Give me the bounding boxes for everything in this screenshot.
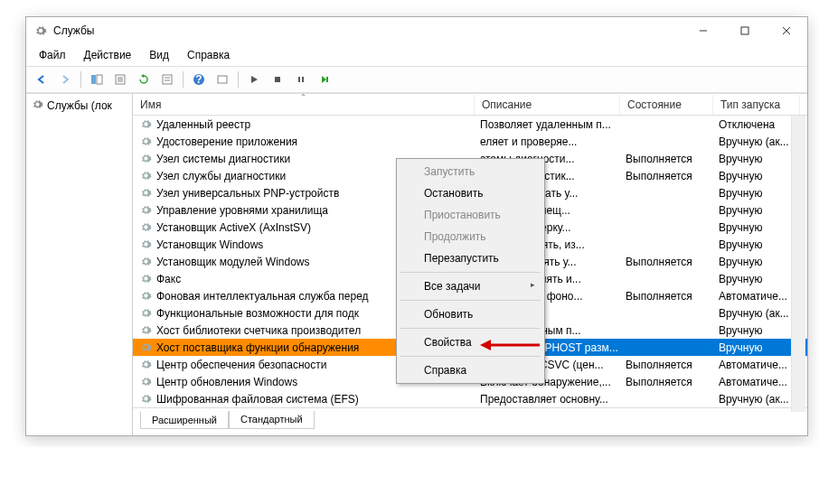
- cell-state: Выполняется: [626, 290, 719, 303]
- minimize-button[interactable]: [682, 17, 724, 44]
- context-menu: Запустить Остановить Приостановить Продо…: [396, 158, 545, 384]
- service-icon: [138, 273, 153, 285]
- cell-desc: Предоставляет основну...: [480, 393, 626, 406]
- cell-state: Выполняется: [626, 256, 719, 268]
- maximize-button[interactable]: [724, 17, 766, 44]
- service-icon: [138, 221, 153, 233]
- services-icon: [32, 98, 43, 113]
- tab-extended[interactable]: Расширенный: [140, 411, 229, 429]
- show-hide-tree-button[interactable]: [87, 70, 107, 89]
- svg-rect-1: [741, 27, 748, 34]
- ctx-refresh[interactable]: Обновить: [399, 303, 542, 325]
- ctx-separator: [400, 356, 541, 357]
- ctx-help[interactable]: Справка: [399, 359, 542, 381]
- service-icon: [138, 324, 153, 336]
- service-icon: [138, 153, 153, 164]
- export-list-button[interactable]: [110, 70, 130, 89]
- menu-action[interactable]: Действие: [75, 46, 141, 64]
- titlebar: Службы: [26, 17, 807, 44]
- bottom-tabs: Расширенный Стандартный: [133, 407, 807, 435]
- sidebar-item-services[interactable]: Службы (лок: [28, 96, 130, 116]
- window-title: Службы: [53, 24, 682, 37]
- vertical-scrollbar[interactable]: [791, 116, 805, 412]
- forward-button[interactable]: [55, 70, 75, 89]
- window-buttons: [682, 17, 807, 44]
- table-row[interactable]: Удостоверение приложенияеляет и проверяе…: [133, 133, 807, 150]
- ctx-start: Запустить: [399, 161, 542, 182]
- toolbar: ?: [26, 66, 807, 93]
- ctx-separator: [400, 300, 541, 301]
- svg-rect-18: [302, 77, 304, 82]
- menu-view[interactable]: Вид: [140, 46, 178, 64]
- sort-indicator-icon: ⌃: [300, 93, 306, 101]
- ctx-separator: [400, 272, 541, 273]
- back-button[interactable]: [32, 70, 52, 89]
- svg-rect-4: [91, 75, 96, 84]
- service-icon: [138, 187, 153, 199]
- sidebar: Службы (лок: [26, 94, 133, 435]
- service-icon: [138, 376, 153, 387]
- svg-rect-5: [97, 75, 102, 84]
- svg-text:?: ?: [195, 73, 202, 86]
- start-service-button[interactable]: [244, 70, 264, 89]
- service-icon: [138, 170, 153, 182]
- help-button[interactable]: ?: [189, 70, 209, 89]
- service-icon: [138, 307, 153, 319]
- service-icon: [138, 238, 153, 250]
- ctx-all-tasks[interactable]: Все задачи: [399, 275, 542, 297]
- service-icon: [138, 290, 153, 302]
- menu-help[interactable]: Справка: [178, 46, 239, 64]
- service-icon: [138, 341, 153, 353]
- cell-state: Выполняется: [626, 359, 719, 371]
- service-icon: [138, 204, 153, 216]
- service-icon: [138, 393, 153, 405]
- stop-service-button[interactable]: [268, 70, 287, 89]
- col-header-desc[interactable]: Описание: [475, 95, 620, 115]
- svg-rect-17: [298, 77, 300, 82]
- toolbar-separator: [238, 71, 239, 88]
- ctx-properties[interactable]: Свойства: [399, 331, 542, 353]
- properties-button[interactable]: [157, 70, 177, 89]
- toolbar-separator: [183, 71, 184, 88]
- refresh-button[interactable]: [134, 70, 154, 89]
- cell-name: Удаленный реестр: [156, 118, 480, 131]
- ctx-stop[interactable]: Остановить: [399, 182, 542, 204]
- sidebar-item-label: Службы (лок: [47, 99, 112, 112]
- svg-rect-16: [275, 77, 280, 82]
- col-header-name[interactable]: ⌃Имя: [133, 95, 475, 115]
- ctx-restart[interactable]: Перезапустить: [399, 247, 542, 269]
- close-button[interactable]: [766, 17, 807, 44]
- column-headers: ⌃Имя Описание Состояние Тип запуска: [133, 94, 807, 116]
- svg-rect-15: [218, 76, 227, 83]
- svg-rect-10: [163, 75, 172, 84]
- menubar: Файл Действие Вид Справка: [26, 44, 807, 66]
- service-icon: [138, 135, 153, 147]
- col-header-start[interactable]: Тип запуска: [713, 95, 800, 115]
- pause-service-button[interactable]: [291, 70, 311, 89]
- cell-name: Шифрованная файловая система (EFS): [156, 393, 480, 406]
- cell-desc: еляет и проверяе...: [480, 135, 626, 148]
- col-header-name-label: Имя: [140, 98, 161, 111]
- restart-service-button[interactable]: [315, 70, 334, 89]
- cell-name: Удостоверение приложения: [156, 135, 480, 148]
- cell-state: Выполняется: [626, 170, 719, 182]
- tab-standard[interactable]: Стандартный: [229, 411, 315, 429]
- menu-file[interactable]: Файл: [30, 46, 75, 64]
- cell-state: Выполняется: [626, 153, 719, 165]
- service-icon: [138, 256, 153, 267]
- table-row[interactable]: Удаленный реестрПозволяет удаленным п...…: [133, 116, 807, 133]
- service-icon: [138, 359, 153, 370]
- ctx-pause: Приостановить: [399, 204, 542, 226]
- ctx-resume: Продолжить: [399, 226, 542, 247]
- ctx-separator: [400, 328, 541, 329]
- table-row[interactable]: Шифрованная файловая система (EFS)Предос…: [133, 390, 807, 407]
- services-icon: [33, 23, 48, 38]
- cell-state: Выполняется: [626, 376, 719, 388]
- toolbar-separator: [80, 71, 81, 88]
- svg-rect-19: [326, 77, 328, 82]
- cell-desc: Позволяет удаленным п...: [480, 118, 626, 131]
- toolbar-extra-button[interactable]: [212, 70, 232, 89]
- service-icon: [138, 118, 153, 130]
- col-header-state[interactable]: Состояние: [620, 95, 713, 115]
